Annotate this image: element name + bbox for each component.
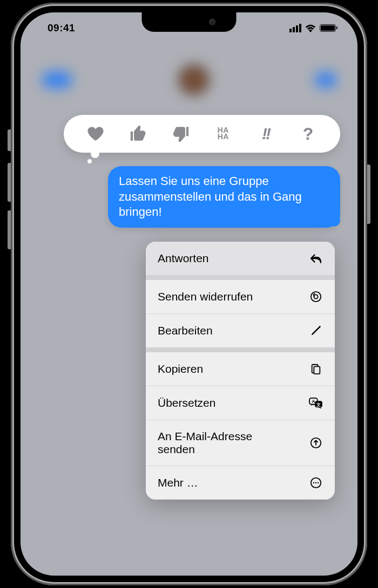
menu-more[interactable]: Mehr … [146,466,335,500]
bubble-tail [334,218,345,229]
menu-undo-send-label: Senden widerrufen [158,290,309,303]
phone-frame: 09:41 [11,3,367,585]
tapback-bar: HA HA !! ? [64,115,340,153]
cellular-signal-icon [289,24,301,32]
undo-send-icon [309,290,323,304]
volume-up-button [8,163,11,202]
menu-translate-label: Übersetzen [158,396,309,409]
svg-point-10 [318,482,319,483]
svg-text:A: A [312,399,315,404]
edit-icon [309,324,323,338]
status-time: 09:41 [48,22,75,34]
translate-icon: A文 [309,396,323,410]
copy-icon [309,362,323,376]
wifi-icon [305,24,316,32]
context-menu: Antworten Senden widerrufen Bearbeiten [146,242,335,500]
svg-point-8 [313,482,314,483]
menu-send-email-label: An E-Mail-Adresse senden [158,430,266,456]
svg-point-9 [315,482,316,483]
message-text: Lassen Sie uns eine Gruppe zusammenstell… [119,174,302,218]
svg-text:文: 文 [316,402,321,407]
mute-switch [8,129,11,151]
svg-point-0 [311,292,321,302]
tapback-question-icon[interactable]: ? [296,123,320,145]
menu-undo-send[interactable]: Senden widerrufen [146,280,335,313]
more-icon [309,476,323,490]
battery-icon [320,24,336,32]
message-bubble-outgoing[interactable]: Lassen Sie uns eine Gruppe zusammenstell… [108,166,340,228]
menu-edit-label: Bearbeiten [158,324,309,337]
menu-edit[interactable]: Bearbeiten [146,313,335,347]
menu-translate[interactable]: Übersetzen A文 [146,386,335,420]
notch [142,12,237,32]
tapback-thumbs-up-icon[interactable] [126,123,150,145]
volume-down-button [8,210,11,249]
menu-more-label: Mehr … [158,476,309,489]
share-up-icon [309,436,323,450]
tapback-heart-icon[interactable] [84,123,107,145]
menu-send-email[interactable]: An E-Mail-Adresse senden [146,420,335,466]
menu-reply-label: Antworten [158,252,309,265]
menu-copy-label: Kopieren [158,363,309,375]
contact-avatar-blurred [179,65,209,95]
facetime-button-blurred [315,72,336,87]
tapback-haha-icon[interactable]: HA HA [211,123,235,145]
power-button [367,165,370,224]
menu-copy[interactable]: Kopieren [146,352,335,386]
reply-icon [309,251,323,265]
menu-reply[interactable]: Antworten [146,242,335,275]
back-button-blurred [42,72,72,88]
svg-rect-1 [314,366,320,374]
tapback-exclamation-icon[interactable]: !! [254,123,278,145]
screen: 09:41 [21,12,357,576]
tapback-thumbs-down-icon[interactable] [169,123,193,145]
